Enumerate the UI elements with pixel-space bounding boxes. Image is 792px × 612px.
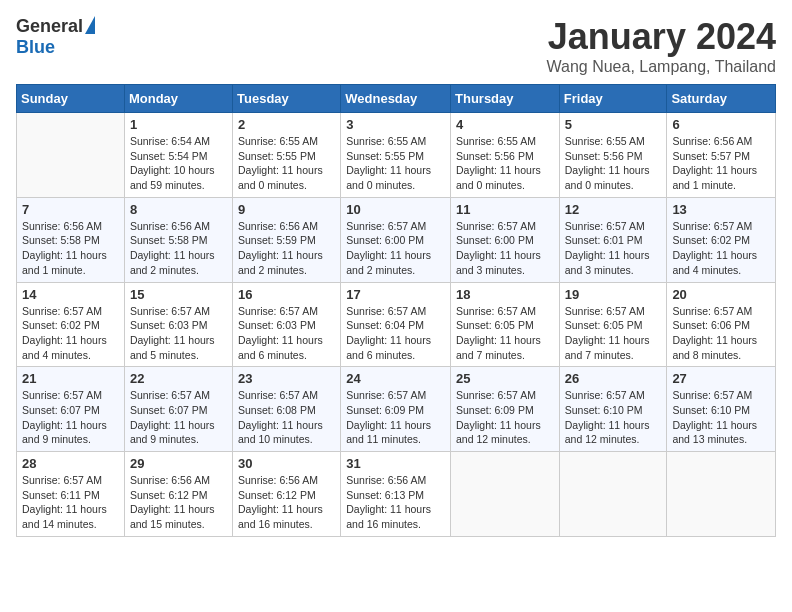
calendar-cell: 11Sunrise: 6:57 AM Sunset: 6:00 PM Dayli… xyxy=(451,197,560,282)
day-info: Sunrise: 6:56 AM Sunset: 5:57 PM Dayligh… xyxy=(672,134,770,193)
day-info: Sunrise: 6:55 AM Sunset: 5:55 PM Dayligh… xyxy=(238,134,335,193)
calendar-cell: 5Sunrise: 6:55 AM Sunset: 5:56 PM Daylig… xyxy=(559,113,667,198)
calendar-cell: 30Sunrise: 6:56 AM Sunset: 6:12 PM Dayli… xyxy=(233,452,341,537)
page-header: General Blue January 2024 Wang Nuea, Lam… xyxy=(16,16,776,76)
weekday-header-cell: Friday xyxy=(559,85,667,113)
weekday-header-cell: Sunday xyxy=(17,85,125,113)
day-number: 11 xyxy=(456,202,554,217)
calendar-cell: 21Sunrise: 6:57 AM Sunset: 6:07 PM Dayli… xyxy=(17,367,125,452)
calendar-week-row: 21Sunrise: 6:57 AM Sunset: 6:07 PM Dayli… xyxy=(17,367,776,452)
day-info: Sunrise: 6:57 AM Sunset: 6:11 PM Dayligh… xyxy=(22,473,119,532)
calendar-cell: 15Sunrise: 6:57 AM Sunset: 6:03 PM Dayli… xyxy=(124,282,232,367)
calendar-cell: 10Sunrise: 6:57 AM Sunset: 6:00 PM Dayli… xyxy=(341,197,451,282)
day-number: 17 xyxy=(346,287,445,302)
day-number: 20 xyxy=(672,287,770,302)
day-info: Sunrise: 6:56 AM Sunset: 6:12 PM Dayligh… xyxy=(238,473,335,532)
calendar-cell: 27Sunrise: 6:57 AM Sunset: 6:10 PM Dayli… xyxy=(667,367,776,452)
day-info: Sunrise: 6:55 AM Sunset: 5:56 PM Dayligh… xyxy=(456,134,554,193)
day-number: 10 xyxy=(346,202,445,217)
day-info: Sunrise: 6:57 AM Sunset: 6:10 PM Dayligh… xyxy=(565,388,662,447)
day-info: Sunrise: 6:57 AM Sunset: 6:09 PM Dayligh… xyxy=(456,388,554,447)
day-info: Sunrise: 6:57 AM Sunset: 6:02 PM Dayligh… xyxy=(672,219,770,278)
calendar-cell xyxy=(17,113,125,198)
calendar-cell: 6Sunrise: 6:56 AM Sunset: 5:57 PM Daylig… xyxy=(667,113,776,198)
calendar-cell: 17Sunrise: 6:57 AM Sunset: 6:04 PM Dayli… xyxy=(341,282,451,367)
day-number: 23 xyxy=(238,371,335,386)
calendar-cell: 31Sunrise: 6:56 AM Sunset: 6:13 PM Dayli… xyxy=(341,452,451,537)
calendar-cell: 29Sunrise: 6:56 AM Sunset: 6:12 PM Dayli… xyxy=(124,452,232,537)
day-number: 9 xyxy=(238,202,335,217)
calendar-cell xyxy=(667,452,776,537)
calendar-cell: 9Sunrise: 6:56 AM Sunset: 5:59 PM Daylig… xyxy=(233,197,341,282)
calendar-week-row: 1Sunrise: 6:54 AM Sunset: 5:54 PM Daylig… xyxy=(17,113,776,198)
calendar-cell: 3Sunrise: 6:55 AM Sunset: 5:55 PM Daylig… xyxy=(341,113,451,198)
day-number: 30 xyxy=(238,456,335,471)
day-info: Sunrise: 6:56 AM Sunset: 5:58 PM Dayligh… xyxy=(22,219,119,278)
day-number: 2 xyxy=(238,117,335,132)
logo-blue-text: Blue xyxy=(16,37,55,58)
day-info: Sunrise: 6:57 AM Sunset: 6:10 PM Dayligh… xyxy=(672,388,770,447)
calendar-cell: 22Sunrise: 6:57 AM Sunset: 6:07 PM Dayli… xyxy=(124,367,232,452)
calendar-cell: 8Sunrise: 6:56 AM Sunset: 5:58 PM Daylig… xyxy=(124,197,232,282)
calendar-cell: 24Sunrise: 6:57 AM Sunset: 6:09 PM Dayli… xyxy=(341,367,451,452)
day-info: Sunrise: 6:55 AM Sunset: 5:55 PM Dayligh… xyxy=(346,134,445,193)
day-info: Sunrise: 6:57 AM Sunset: 6:00 PM Dayligh… xyxy=(456,219,554,278)
calendar-table: SundayMondayTuesdayWednesdayThursdayFrid… xyxy=(16,84,776,537)
day-info: Sunrise: 6:56 AM Sunset: 5:58 PM Dayligh… xyxy=(130,219,227,278)
day-number: 6 xyxy=(672,117,770,132)
day-number: 19 xyxy=(565,287,662,302)
day-number: 14 xyxy=(22,287,119,302)
day-info: Sunrise: 6:57 AM Sunset: 6:09 PM Dayligh… xyxy=(346,388,445,447)
calendar-cell xyxy=(451,452,560,537)
day-info: Sunrise: 6:57 AM Sunset: 6:06 PM Dayligh… xyxy=(672,304,770,363)
day-info: Sunrise: 6:57 AM Sunset: 6:05 PM Dayligh… xyxy=(565,304,662,363)
weekday-header-cell: Monday xyxy=(124,85,232,113)
day-info: Sunrise: 6:57 AM Sunset: 6:05 PM Dayligh… xyxy=(456,304,554,363)
title-area: January 2024 Wang Nuea, Lampang, Thailan… xyxy=(547,16,776,76)
calendar-cell: 1Sunrise: 6:54 AM Sunset: 5:54 PM Daylig… xyxy=(124,113,232,198)
day-number: 1 xyxy=(130,117,227,132)
calendar-cell: 18Sunrise: 6:57 AM Sunset: 6:05 PM Dayli… xyxy=(451,282,560,367)
day-number: 29 xyxy=(130,456,227,471)
day-info: Sunrise: 6:57 AM Sunset: 6:03 PM Dayligh… xyxy=(130,304,227,363)
day-number: 7 xyxy=(22,202,119,217)
weekday-header-cell: Wednesday xyxy=(341,85,451,113)
day-number: 5 xyxy=(565,117,662,132)
day-info: Sunrise: 6:56 AM Sunset: 6:13 PM Dayligh… xyxy=(346,473,445,532)
day-info: Sunrise: 6:56 AM Sunset: 5:59 PM Dayligh… xyxy=(238,219,335,278)
calendar-cell: 28Sunrise: 6:57 AM Sunset: 6:11 PM Dayli… xyxy=(17,452,125,537)
day-number: 4 xyxy=(456,117,554,132)
calendar-cell: 7Sunrise: 6:56 AM Sunset: 5:58 PM Daylig… xyxy=(17,197,125,282)
day-number: 18 xyxy=(456,287,554,302)
day-info: Sunrise: 6:57 AM Sunset: 6:07 PM Dayligh… xyxy=(22,388,119,447)
day-number: 8 xyxy=(130,202,227,217)
weekday-header-cell: Tuesday xyxy=(233,85,341,113)
weekday-header-cell: Saturday xyxy=(667,85,776,113)
calendar-cell: 12Sunrise: 6:57 AM Sunset: 6:01 PM Dayli… xyxy=(559,197,667,282)
day-info: Sunrise: 6:57 AM Sunset: 6:03 PM Dayligh… xyxy=(238,304,335,363)
day-number: 12 xyxy=(565,202,662,217)
day-number: 31 xyxy=(346,456,445,471)
day-info: Sunrise: 6:57 AM Sunset: 6:07 PM Dayligh… xyxy=(130,388,227,447)
day-number: 25 xyxy=(456,371,554,386)
day-info: Sunrise: 6:55 AM Sunset: 5:56 PM Dayligh… xyxy=(565,134,662,193)
calendar-cell: 26Sunrise: 6:57 AM Sunset: 6:10 PM Dayli… xyxy=(559,367,667,452)
location-title: Wang Nuea, Lampang, Thailand xyxy=(547,58,776,76)
calendar-cell: 19Sunrise: 6:57 AM Sunset: 6:05 PM Dayli… xyxy=(559,282,667,367)
day-number: 15 xyxy=(130,287,227,302)
calendar-cell: 23Sunrise: 6:57 AM Sunset: 6:08 PM Dayli… xyxy=(233,367,341,452)
calendar-cell xyxy=(559,452,667,537)
day-number: 16 xyxy=(238,287,335,302)
day-number: 27 xyxy=(672,371,770,386)
day-info: Sunrise: 6:54 AM Sunset: 5:54 PM Dayligh… xyxy=(130,134,227,193)
calendar-cell: 14Sunrise: 6:57 AM Sunset: 6:02 PM Dayli… xyxy=(17,282,125,367)
calendar-week-row: 14Sunrise: 6:57 AM Sunset: 6:02 PM Dayli… xyxy=(17,282,776,367)
logo-arrow-icon xyxy=(85,16,95,34)
day-number: 28 xyxy=(22,456,119,471)
calendar-cell: 20Sunrise: 6:57 AM Sunset: 6:06 PM Dayli… xyxy=(667,282,776,367)
day-info: Sunrise: 6:56 AM Sunset: 6:12 PM Dayligh… xyxy=(130,473,227,532)
logo: General Blue xyxy=(16,16,95,58)
calendar-body: 1Sunrise: 6:54 AM Sunset: 5:54 PM Daylig… xyxy=(17,113,776,537)
weekday-header-cell: Thursday xyxy=(451,85,560,113)
calendar-cell: 13Sunrise: 6:57 AM Sunset: 6:02 PM Dayli… xyxy=(667,197,776,282)
